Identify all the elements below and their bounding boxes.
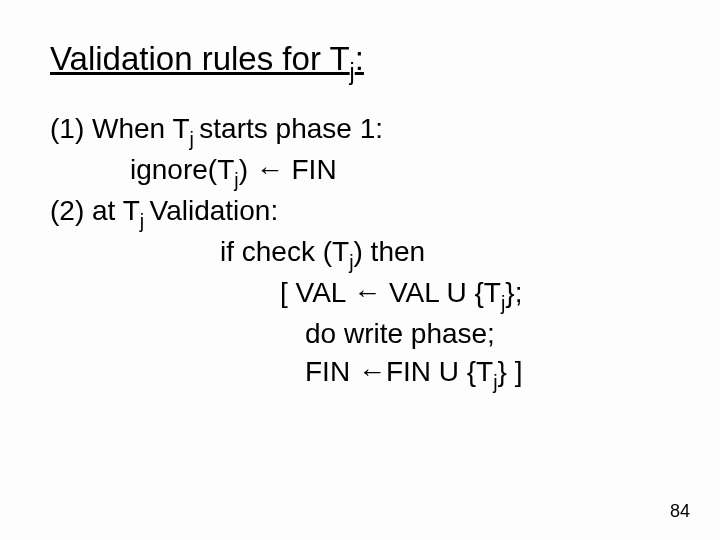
rule-1-body: ignore(Tj) ← FIN <box>50 151 670 192</box>
line7-b: } ] <box>498 356 523 387</box>
title-pre: Validation rules for T <box>50 40 350 77</box>
line1-b: starts phase 1: <box>199 113 383 144</box>
slide-content: (1) When Tj starts phase 1: ignore(Tj) ←… <box>50 110 670 394</box>
line6: do write phase; <box>305 318 495 349</box>
rule-2-write: do write phase; <box>50 315 670 353</box>
slide-title: Validation rules for Tj: <box>50 40 670 84</box>
title-sub: j <box>350 59 355 85</box>
line3-a: (2) at T <box>50 195 140 226</box>
rule-2-val: [ VAL ← VAL U {Tj}; <box>50 274 670 315</box>
line7-sub: j <box>493 371 497 393</box>
line1-a: (1) When T <box>50 113 190 144</box>
line7-a: FIN ←FIN U {T <box>305 356 493 387</box>
line2-sub: j <box>234 169 238 191</box>
line2-b: ) ← FIN <box>239 154 337 185</box>
rule-1-line: (1) When Tj starts phase 1: <box>50 110 670 151</box>
line5-a: [ VAL ← VAL U {T <box>280 277 501 308</box>
rule-2-if: if check (Tj) then <box>50 233 670 274</box>
line4-sub: j <box>349 251 353 273</box>
rule-2-fin: FIN ←FIN U {Tj} ] <box>50 353 670 394</box>
page-number: 84 <box>670 501 690 522</box>
rule-2-line: (2) at Tj Validation: <box>50 192 670 233</box>
line5-b: }; <box>505 277 522 308</box>
line4-a: if check (T <box>220 236 349 267</box>
line1-sub: j <box>190 128 200 150</box>
line4-b: ) then <box>354 236 426 267</box>
line3-sub: j <box>140 210 150 232</box>
line3-b: Validation: <box>150 195 279 226</box>
line5-sub: j <box>501 292 505 314</box>
title-post: : <box>355 40 364 77</box>
line2-a: ignore(T <box>130 154 234 185</box>
